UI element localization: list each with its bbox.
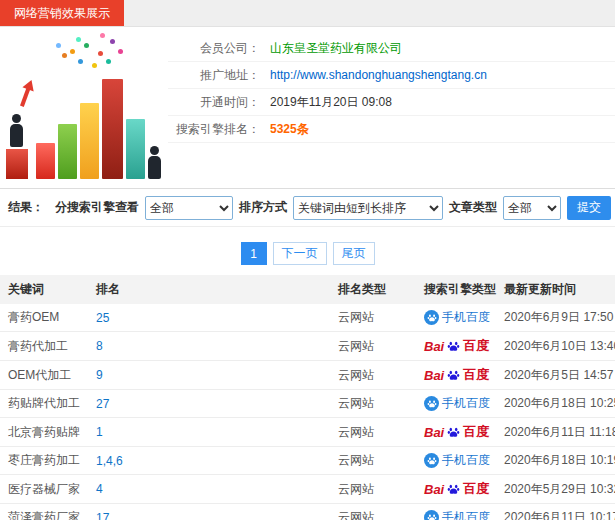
rank-cell[interactable]: 27 xyxy=(88,390,330,418)
table-row[interactable]: 药贴牌代加工 27 云网站 手机百度 xyxy=(0,390,615,418)
rank-type-cell: 云网站 xyxy=(330,475,416,504)
keyword-cell: 药贴牌代加工 xyxy=(0,390,88,418)
header-keyword: 关键词 xyxy=(0,275,88,304)
chart-bar xyxy=(126,119,145,179)
baidu-logo: Bai 百度 xyxy=(424,337,489,355)
rank-cell[interactable]: 9 xyxy=(88,361,330,390)
topbar: 网络营销效果展示 xyxy=(0,0,615,27)
baidu-logo: Bai 百度 xyxy=(424,366,489,384)
info-row-company: 会员公司： 山东皇圣堂药业有限公司 xyxy=(168,35,615,62)
promo-url-label: 推广地址： xyxy=(168,67,260,84)
info-row-open-time: 开通时间： 2019年11月20日 09:08 xyxy=(168,89,615,116)
next-page-button[interactable]: 下一页 xyxy=(273,242,327,265)
filter-group: 分搜索引擎查看 全部 排序方式 关键词由短到长排序 文章类型 全部 提交 xyxy=(55,196,607,220)
mobile-baidu-paw-icon xyxy=(424,510,439,520)
rank-type-cell: 云网站 xyxy=(330,304,416,332)
table-row[interactable]: 北京膏药贴牌 1 云网站 百度 Bai xyxy=(0,418,615,447)
info-row-url: 推广地址： http://www.shandonghuangshengtang.… xyxy=(168,62,615,89)
keyword-cell: 菏泽膏药厂家 xyxy=(0,504,88,520)
baidu-logo: Bai 百度 xyxy=(424,423,489,441)
baidu-logo: Bai 百度 xyxy=(424,480,489,498)
promo-url-link[interactable]: http://www.shandonghuangshengtang.cn xyxy=(270,68,487,82)
rank-type-cell: 云网站 xyxy=(330,361,416,390)
chart-bar xyxy=(102,79,123,179)
company-label: 会员公司： xyxy=(168,40,260,57)
results-table-body: 膏药OEM 25 云网站 手机百度 xyxy=(0,304,615,520)
update-time-cell: 2020年6月11日 11:18 xyxy=(496,418,615,447)
rank-count-label: 搜索引擎排名： xyxy=(168,121,260,138)
keyword-cell: 枣庄膏药加工 xyxy=(0,447,88,475)
engine-cell: 手机百度 手机百度 xyxy=(416,504,496,520)
table-row[interactable]: 膏药代加工 8 云网站 百度 Bai xyxy=(0,332,615,361)
rank-type-cell: 云网站 xyxy=(330,332,416,361)
baidu-paw-icon xyxy=(447,426,460,439)
keyword-cell: 膏药代加工 xyxy=(0,332,88,361)
open-time-label: 开通时间： xyxy=(168,94,260,111)
engine-select[interactable]: 全部 xyxy=(145,196,233,220)
mobile-baidu-paw-icon xyxy=(424,310,439,325)
sort-select[interactable]: 关键词由短到长排序 xyxy=(293,196,443,220)
header-rank-type: 排名类型 xyxy=(330,275,416,304)
result-label: 结果： xyxy=(8,199,44,216)
last-page-button[interactable]: 尾页 xyxy=(333,242,375,265)
table-row[interactable]: 膏药OEM 25 云网站 手机百度 xyxy=(0,304,615,332)
member-info-list: 会员公司： 山东皇圣堂药业有限公司 推广地址： http://www.shand… xyxy=(168,27,615,188)
table-row[interactable]: 枣庄膏药加工 1,4,6 云网站 手机百度 xyxy=(0,447,615,475)
pagination: 1 下一页 尾页 xyxy=(0,242,615,265)
engine-cell: 手机百度 手机百度 xyxy=(416,304,496,332)
keyword-cell: OEM代加工 xyxy=(0,361,88,390)
update-time-cell: 2020年6月10日 13:40 xyxy=(496,332,615,361)
engine-cell: 手机百度 手机百度 xyxy=(416,447,496,475)
results-table: 关键词 排名 排名类型 搜索引擎类型 最新更新时间 膏药OEM 25 云网站 手… xyxy=(0,275,615,520)
table-row[interactable]: OEM代加工 9 云网站 百度 Bai xyxy=(0,361,615,390)
rank-cell[interactable]: 17 xyxy=(88,504,330,520)
engine-filter-label: 分搜索引擎查看 xyxy=(55,199,139,216)
update-time-cell: 2020年6月18日 10:25 xyxy=(496,390,615,418)
member-info-section: 会员公司： 山东皇圣堂药业有限公司 推广地址： http://www.shand… xyxy=(0,27,615,189)
rank-cell[interactable]: 8 xyxy=(88,332,330,361)
growth-arrow-icon xyxy=(20,83,32,107)
mobile-baidu-paw-icon xyxy=(424,396,439,411)
table-row[interactable]: 医疗器械厂家 4 云网站 百度 Bai xyxy=(0,475,615,504)
rank-cell[interactable]: 1,4,6 xyxy=(88,447,330,475)
chart-bar xyxy=(58,124,77,179)
mobile-baidu-logo: 手机百度 xyxy=(424,509,490,520)
rank-cell[interactable]: 25 xyxy=(88,304,330,332)
update-time-cell: 2020年5月29日 10:32 xyxy=(496,475,615,504)
table-row[interactable]: 菏泽膏药厂家 17 云网站 手机百度 xyxy=(0,504,615,520)
businessman-figure xyxy=(146,146,162,179)
page-title: 网络营销效果展示 xyxy=(14,5,110,22)
header-engine-type: 搜索引擎类型 xyxy=(416,275,496,304)
sort-filter-label: 排序方式 xyxy=(239,199,287,216)
company-link[interactable]: 山东皇圣堂药业有限公司 xyxy=(270,40,402,57)
engine-cell: 百度 Bai 百度 xyxy=(416,361,496,390)
rank-type-cell: 云网站 xyxy=(330,447,416,475)
confetti-dots xyxy=(70,49,75,54)
page-number-current[interactable]: 1 xyxy=(241,242,267,265)
update-time-cell: 2020年6月18日 10:19 xyxy=(496,447,615,475)
update-time-cell: 2020年6月5日 14:57 xyxy=(496,361,615,390)
table-header-row: 关键词 排名 排名类型 搜索引擎类型 最新更新时间 xyxy=(0,275,615,304)
baidu-paw-icon xyxy=(447,340,460,353)
rank-type-cell: 云网站 xyxy=(330,390,416,418)
header-rank: 排名 xyxy=(88,275,330,304)
filter-bar: 结果： 分搜索引擎查看 全部 排序方式 关键词由短到长排序 文章类型 全部 提交 xyxy=(0,189,615,227)
submit-button[interactable]: 提交 xyxy=(567,196,611,220)
baidu-paw-icon xyxy=(447,483,460,496)
chart-bar xyxy=(80,103,99,179)
rank-type-cell: 云网站 xyxy=(330,418,416,447)
chart-bar xyxy=(36,143,55,179)
baidu-paw-icon xyxy=(447,369,460,382)
update-time-cell: 2020年6月9日 17:50 xyxy=(496,304,615,332)
rank-cell[interactable]: 1 xyxy=(88,418,330,447)
update-time-cell: 2020年6月11日 10:17 xyxy=(496,504,615,520)
keyword-cell: 膏药OEM xyxy=(0,304,88,332)
page-title-tab[interactable]: 网络营销效果展示 xyxy=(0,0,124,26)
open-time-value: 2019年11月20日 09:08 xyxy=(270,94,392,111)
rank-cell[interactable]: 4 xyxy=(88,475,330,504)
marketing-illustration xyxy=(0,27,168,187)
article-type-select[interactable]: 全部 xyxy=(503,196,561,220)
article-type-label: 文章类型 xyxy=(449,199,497,216)
header-update-time: 最新更新时间 xyxy=(496,275,615,304)
rank-type-cell: 云网站 xyxy=(330,504,416,520)
